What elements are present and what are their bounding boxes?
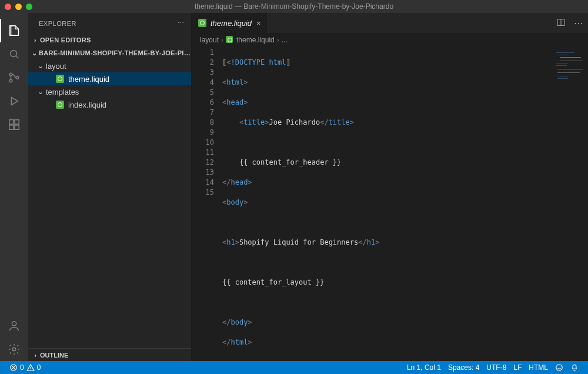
svg-rect-6 <box>15 125 19 129</box>
file-index-liquid[interactable]: index.liquid <box>28 98 191 111</box>
titlebar: theme.liquid — Bare-Minimum-Shopify-Them… <box>0 0 588 13</box>
liquid-file-icon <box>55 74 65 84</box>
svg-point-3 <box>16 76 19 79</box>
svg-point-2 <box>9 79 12 82</box>
section-project[interactable]: ⌄ BARE-MINIMUM-SHOPIFY-THEME-BY-JOE-PICH… <box>28 46 191 59</box>
status-error-count: 0 <box>20 363 24 372</box>
chevron-right-icon: › <box>31 36 40 44</box>
window-title: theme.liquid — Bare-Minimum-Shopify-Them… <box>0 2 588 11</box>
section-outline[interactable]: › OUTLINE <box>28 348 191 361</box>
minimap[interactable] <box>549 50 584 85</box>
sidebar-more-icon[interactable]: ⋯ <box>178 19 185 27</box>
sidebar: EXPLORER ⋯ › OPEN EDITORS ⌄ BARE-MINIMUM… <box>28 13 192 361</box>
split-editor-icon[interactable] <box>556 18 566 29</box>
section-label: OUTLINE <box>40 352 68 359</box>
liquid-file-icon <box>198 18 207 28</box>
editor-actions: ⋯ <box>556 13 588 33</box>
file-tree: ⌄ layout theme.liquid ⌄ templates index.… <box>28 59 191 113</box>
liquid-file-icon <box>226 36 234 44</box>
search-icon[interactable] <box>0 42 28 66</box>
svg-rect-7 <box>15 120 19 124</box>
sidebar-header: EXPLORER ⋯ <box>28 13 191 34</box>
tab-bar: theme.liquid × ⋯ <box>192 13 588 34</box>
tree-label: templates <box>46 88 79 96</box>
breadcrumb-seg[interactable]: theme.liquid <box>236 36 275 44</box>
sidebar-title: EXPLORER <box>39 20 76 27</box>
folder-templates[interactable]: ⌄ templates <box>28 85 191 98</box>
editor-group: theme.liquid × ⋯ layout › theme.liquid ›… <box>192 13 588 361</box>
svg-rect-4 <box>9 120 14 124</box>
svg-rect-5 <box>9 125 14 129</box>
status-problems[interactable]: 0 0 <box>6 363 44 372</box>
svg-point-8 <box>12 322 16 326</box>
svg-point-0 <box>11 51 17 57</box>
close-tab-icon[interactable]: × <box>256 19 261 28</box>
maximize-window-icon[interactable] <box>26 4 32 10</box>
minimize-window-icon[interactable] <box>15 4 22 10</box>
folder-layout[interactable]: ⌄ layout <box>28 59 191 72</box>
code-content[interactable]: ⟦<!DOCTYPE html⟧ <html> <head> <title>Jo… <box>222 46 588 361</box>
svg-point-1 <box>9 73 12 76</box>
svg-point-9 <box>12 348 16 351</box>
main-area: EXPLORER ⋯ › OPEN EDITORS ⌄ BARE-MINIMUM… <box>0 13 588 361</box>
explorer-icon[interactable] <box>0 19 28 42</box>
liquid-file-icon <box>55 100 65 109</box>
tab-label: theme.liquid <box>211 19 252 28</box>
extensions-icon[interactable] <box>0 113 28 136</box>
tree-label: index.liquid <box>68 101 106 109</box>
chevron-down-icon: ⌄ <box>36 88 45 96</box>
code-area[interactable]: 123456789101112131415 ⟦<!DOCTYPE html⟧ <… <box>192 46 588 361</box>
chevron-down-icon: ⌄ <box>36 62 45 70</box>
window-controls <box>5 4 32 10</box>
breadcrumb[interactable]: layout › theme.liquid › ... <box>192 34 588 46</box>
source-control-icon[interactable] <box>0 66 28 89</box>
close-window-icon[interactable] <box>5 4 11 10</box>
chevron-right-icon: › <box>221 36 223 44</box>
file-theme-liquid[interactable]: theme.liquid <box>28 72 191 85</box>
section-open-editors[interactable]: › OPEN EDITORS <box>28 34 191 46</box>
tree-label: layout <box>46 62 66 71</box>
chevron-right-icon: › <box>277 36 279 44</box>
line-number-gutter: 123456789101112131415 <box>192 46 222 361</box>
run-debug-icon[interactable] <box>0 89 28 113</box>
status-warning-count: 0 <box>37 363 41 372</box>
breadcrumb-seg[interactable]: layout <box>200 36 219 44</box>
breadcrumb-seg[interactable]: ... <box>282 36 288 44</box>
tree-label: theme.liquid <box>68 75 109 84</box>
chevron-right-icon: › <box>31 352 40 359</box>
chevron-down-icon: ⌄ <box>31 49 39 57</box>
gear-icon[interactable] <box>0 338 28 361</box>
section-label: OPEN EDITORS <box>40 36 91 44</box>
account-icon[interactable] <box>0 314 28 338</box>
tab-theme-liquid[interactable]: theme.liquid × <box>192 13 268 33</box>
activity-bar <box>0 13 28 361</box>
more-actions-icon[interactable]: ⋯ <box>574 18 583 29</box>
section-label: BARE-MINIMUM-SHOPIFY-THEME-BY-JOE-PICHAR… <box>39 49 191 56</box>
